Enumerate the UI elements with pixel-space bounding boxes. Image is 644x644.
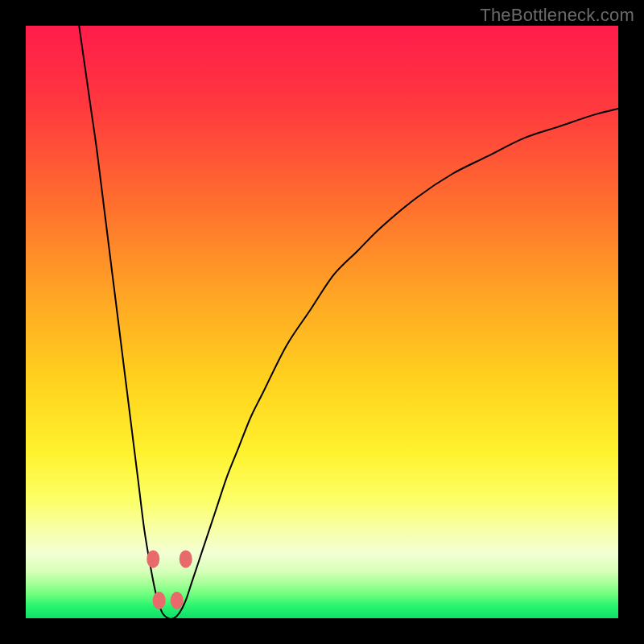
- chart-frame: TheBottleneck.com: [0, 0, 644, 644]
- plot-area: [26, 26, 618, 618]
- marker-dot: [147, 550, 159, 568]
- watermark-text: TheBottleneck.com: [480, 5, 634, 26]
- gradient-background: [26, 26, 618, 618]
- bottleneck-chart: [26, 26, 618, 618]
- marker-dot: [153, 592, 166, 609]
- marker-dot: [171, 592, 184, 609]
- marker-dot: [180, 550, 192, 568]
